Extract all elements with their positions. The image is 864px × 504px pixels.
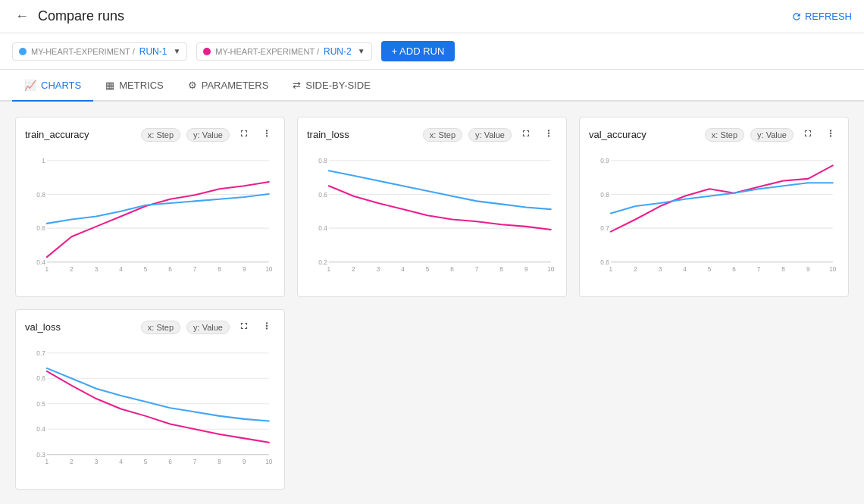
back-button[interactable]: ← <box>12 5 32 27</box>
chart-card-train_accuracy: train_accuracy x: Step y: Value 0.40.60.… <box>15 117 285 297</box>
svg-text:9: 9 <box>243 459 246 465</box>
svg-text:7: 7 <box>193 459 197 465</box>
run1-chevron-icon: ▼ <box>173 47 180 55</box>
more-button-val_accuracy[interactable] <box>822 127 839 142</box>
run-bar: MY-HEART-EXPERIMENT / RUN-1 ▼ MY-HEART-E… <box>0 33 864 70</box>
x-axis-badge-val_loss: x: Step <box>141 321 180 334</box>
svg-text:5: 5 <box>426 266 430 273</box>
svg-text:1: 1 <box>45 459 49 465</box>
svg-text:4: 4 <box>119 266 123 273</box>
svg-text:6: 6 <box>168 266 172 273</box>
svg-text:0.6: 0.6 <box>318 192 327 199</box>
expand-button-val_loss[interactable] <box>236 319 252 335</box>
expand-button-train_loss[interactable] <box>518 127 534 142</box>
charts-icon: 📈 <box>24 80 36 91</box>
svg-text:0.2: 0.2 <box>318 259 327 266</box>
chart-card-val_loss: val_loss x: Step y: Value 0.30.40.50.60.… <box>15 309 285 490</box>
more-button-train_loss[interactable] <box>540 127 557 142</box>
page-title: Compare runs <box>38 8 124 24</box>
svg-text:0.8: 0.8 <box>36 192 45 199</box>
chart-svg-val_accuracy: 0.60.70.80.912345678910 <box>589 149 839 285</box>
svg-text:1: 1 <box>609 266 613 273</box>
add-run-button[interactable]: + ADD RUN <box>381 41 455 61</box>
tab-parameters-label: PARAMETERS <box>202 80 269 91</box>
run2-experiment: MY-HEART-EXPERIMENT / <box>215 47 319 56</box>
y-axis-badge-val_accuracy: y: Value <box>750 128 794 142</box>
parameters-icon: ⚙ <box>188 80 197 91</box>
svg-text:10: 10 <box>547 266 555 273</box>
svg-text:2: 2 <box>70 459 74 465</box>
charts-grid: train_accuracy x: Step y: Value 0.40.60.… <box>0 102 864 504</box>
more-button-train_accuracy[interactable] <box>258 127 275 142</box>
header-left: ← Compare runs <box>12 5 124 27</box>
svg-text:0.7: 0.7 <box>600 225 609 232</box>
add-run-label: + ADD RUN <box>392 45 445 57</box>
svg-text:3: 3 <box>95 459 99 465</box>
chart-header-val_loss: val_loss x: Step y: Value <box>25 319 275 335</box>
svg-text:6: 6 <box>732 266 736 273</box>
expand-button-train_accuracy[interactable] <box>236 127 252 142</box>
svg-text:10: 10 <box>829 266 837 273</box>
svg-text:8: 8 <box>218 266 221 273</box>
svg-text:4: 4 <box>401 266 405 273</box>
header: ← Compare runs REFRESH <box>0 0 864 33</box>
svg-text:9: 9 <box>243 266 246 273</box>
more-button-val_loss[interactable] <box>258 319 275 335</box>
svg-text:5: 5 <box>144 459 148 465</box>
run2-chevron-icon: ▼ <box>358 47 365 55</box>
svg-text:3: 3 <box>377 266 380 273</box>
svg-text:9: 9 <box>524 266 528 273</box>
svg-text:0.8: 0.8 <box>318 158 327 164</box>
x-axis-badge-train_loss: x: Step <box>423 128 462 142</box>
y-axis-badge-val_loss: y: Value <box>186 321 230 334</box>
run2-id: RUN-2 <box>324 46 352 57</box>
run1-chip[interactable]: MY-HEART-EXPERIMENT / RUN-1 ▼ <box>12 42 187 61</box>
svg-text:5: 5 <box>144 266 148 273</box>
more-icon <box>543 128 554 139</box>
run1-id: RUN-1 <box>139 46 167 57</box>
refresh-label: REFRESH <box>805 11 852 22</box>
svg-text:10: 10 <box>265 266 273 273</box>
more-icon <box>261 128 272 139</box>
run2-chip[interactable]: MY-HEART-EXPERIMENT / RUN-2 ▼ <box>196 42 371 61</box>
more-icon <box>825 128 836 139</box>
tab-metrics[interactable]: ▦ METRICS <box>93 70 176 102</box>
x-axis-badge-train_accuracy: x: Step <box>141 128 180 142</box>
svg-text:8: 8 <box>499 266 503 273</box>
svg-text:0.4: 0.4 <box>36 259 45 266</box>
chart-title-val_loss: val_loss <box>25 321 135 333</box>
svg-text:8: 8 <box>218 459 221 465</box>
chart-title-train_loss: train_loss <box>307 129 417 140</box>
svg-text:10: 10 <box>265 459 273 465</box>
side-by-side-icon: ⇄ <box>293 80 301 91</box>
expand-button-val_accuracy[interactable] <box>800 127 816 142</box>
svg-text:0.7: 0.7 <box>36 350 45 357</box>
chart-title-val_accuracy: val_accuracy <box>589 129 699 140</box>
svg-text:7: 7 <box>757 266 761 273</box>
chart-svg-train_accuracy: 0.40.60.8112345678910 <box>25 149 275 285</box>
svg-text:0.6: 0.6 <box>36 375 45 382</box>
svg-text:0.8: 0.8 <box>600 192 609 199</box>
refresh-icon <box>791 11 802 22</box>
chart-card-train_loss: train_loss x: Step y: Value 0.20.40.60.8… <box>297 117 567 297</box>
svg-text:0.6: 0.6 <box>600 259 609 266</box>
svg-text:6: 6 <box>168 459 172 465</box>
tab-side-by-side[interactable]: ⇄ SIDE-BY-SIDE <box>280 70 383 102</box>
svg-text:2: 2 <box>70 266 74 273</box>
tab-parameters[interactable]: ⚙ PARAMETERS <box>176 70 281 102</box>
run1-experiment: MY-HEART-EXPERIMENT / <box>31 47 135 56</box>
svg-text:9: 9 <box>806 266 810 273</box>
tab-charts[interactable]: 📈 CHARTS <box>12 70 93 102</box>
chart-header-train_accuracy: train_accuracy x: Step y: Value <box>25 127 275 142</box>
tab-metrics-label: METRICS <box>119 80 164 91</box>
tabs-bar: 📈 CHARTS ▦ METRICS ⚙ PARAMETERS ⇄ SIDE-B… <box>0 70 864 102</box>
svg-text:8: 8 <box>781 266 785 273</box>
svg-text:0.3: 0.3 <box>36 452 45 459</box>
svg-text:3: 3 <box>95 266 99 273</box>
chart-card-val_accuracy: val_accuracy x: Step y: Value 0.60.70.80… <box>579 117 849 297</box>
y-axis-badge-train_loss: y: Value <box>468 128 512 142</box>
refresh-button[interactable]: REFRESH <box>791 11 852 22</box>
expand-icon <box>803 128 813 139</box>
expand-icon <box>239 321 249 331</box>
svg-text:7: 7 <box>475 266 479 273</box>
